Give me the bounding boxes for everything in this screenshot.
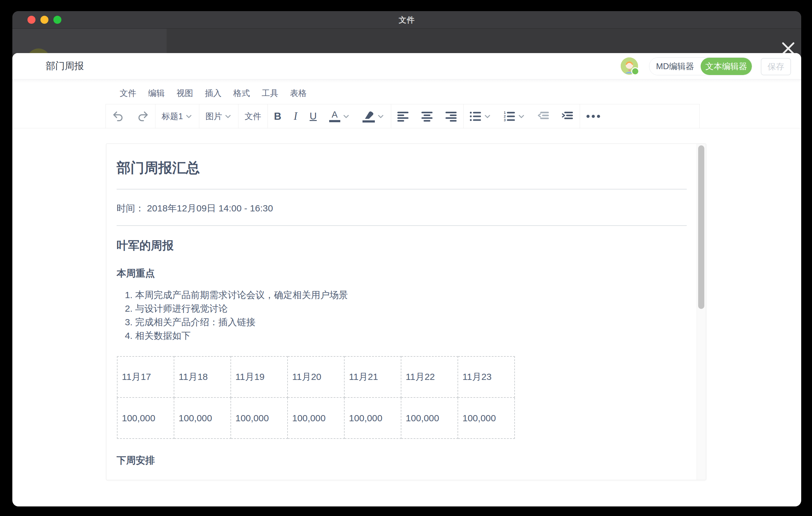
window-title: 文件 [399,15,415,25]
avatar[interactable] [621,57,638,75]
scrollbar-track[interactable] [697,144,706,480]
insert-file-button[interactable]: 文件 [238,104,267,128]
font-color-icon: A [329,110,340,122]
bullet-list-icon [470,111,482,122]
chevron-down-icon [484,112,491,120]
table-cell[interactable]: 11月17 [117,356,174,398]
horizontal-rule [117,225,687,226]
align-center-icon [422,111,433,122]
align-right-icon [445,111,457,122]
editor-document[interactable]: 部门周报汇总 时间： 2018年12月09日 14:00 - 16:30 叶军的… [106,144,706,480]
bold-button[interactable]: B [268,104,288,128]
list-item: 与设计师进行视觉讨论 [135,302,348,315]
heading-style-select[interactable]: 标题1 [155,104,199,128]
bullet-list-button[interactable] [464,104,498,128]
table-cell[interactable]: 11月23 [458,356,515,398]
menu-insert[interactable]: 插入 [204,86,222,100]
svg-text:3: 3 [504,118,506,122]
traffic-lights [27,16,61,24]
editor-dialog: 部门周报 MD编辑器 文本编辑器 保存 [12,53,801,507]
screen: 文件 部门周报 [0,0,812,516]
scrollbar-thumb[interactable] [698,145,704,309]
numbered-list-button[interactable]: 1 2 3 [498,104,531,128]
document-content: 部门周报汇总 时间： 2018年12月09日 14:00 - 16:30 叶军的… [107,144,697,480]
italic-icon: I [294,110,297,122]
menu-edit[interactable]: 编辑 [147,86,165,100]
editor-mode-toggle: MD编辑器 文本编辑器 [649,57,752,75]
underline-button[interactable]: U [303,104,323,128]
align-center-button[interactable] [415,104,439,128]
chevron-down-icon [377,112,385,120]
toolbar-bottom-divider [12,128,801,128]
header-shadow [12,79,801,83]
align-left-button[interactable] [391,104,415,128]
list-item: 完成相关产品介绍：插入链接 [135,315,348,329]
highlight-color-button[interactable] [356,104,391,128]
md-editor-button[interactable]: MD编辑器 [649,58,701,75]
text-editor-button[interactable]: 文本编辑器 [701,58,752,75]
underline-icon: U [310,111,317,122]
save-button[interactable]: 保存 [761,58,791,75]
font-color-button[interactable]: A [323,104,356,128]
table-cell[interactable]: 100,000 [231,398,288,438]
more-options-button[interactable] [580,104,607,128]
table-cell[interactable]: 100,000 [458,398,515,438]
bold-icon: B [274,111,281,122]
close-window-button[interactable] [27,16,35,24]
table-row: 100,000 100,000 100,000 100,000 100,000 … [117,398,515,438]
menu-view[interactable]: 视图 [176,86,194,100]
align-right-button[interactable] [439,104,463,128]
redo-icon [137,110,149,122]
insert-image-button[interactable]: 图片 [199,104,238,128]
menu-table[interactable]: 表格 [289,86,307,100]
section-heading: 叶军的周报 [117,238,174,253]
chevron-down-icon [185,112,193,120]
table-cell[interactable]: 11月19 [231,356,288,398]
table-cell[interactable]: 11月20 [288,356,344,398]
svg-text:1: 1 [504,111,506,114]
chevron-down-icon [342,112,350,120]
heading-style-label: 标题1 [162,111,183,122]
more-icon [586,114,601,118]
italic-button[interactable]: I [288,104,303,128]
undo-icon [112,110,124,122]
data-table: 11月17 11月18 11月19 11月20 11月21 11月22 11月2… [117,356,515,439]
minimize-window-button[interactable] [40,16,49,24]
time-line: 时间： 2018年12月09日 14:00 - 16:30 [117,202,273,215]
indent-button[interactable] [556,104,580,128]
undo-button[interactable] [106,104,130,128]
menu-file[interactable]: 文件 [119,86,137,100]
titlebar: 文件 [12,11,801,29]
table-cell[interactable]: 100,000 [401,398,458,438]
online-status-dot [631,67,639,75]
indent-icon [562,111,574,122]
chevron-down-icon [517,112,525,120]
list-item: 本周完成产品前期需求讨论会议，确定相关用户场景 [135,288,348,302]
editor-header: 部门周报 MD编辑器 文本编辑器 保存 [12,53,801,79]
outdent-button[interactable] [531,104,556,128]
insert-file-label: 文件 [245,111,261,122]
table-cell[interactable]: 100,000 [174,398,231,438]
subsection-heading: 本周重点 [117,267,155,280]
list-item: 相关数据如下 [135,329,348,343]
zoom-window-button[interactable] [53,16,61,24]
highlighter-icon [362,110,375,122]
align-left-icon [397,111,409,122]
menubar: 文件 编辑 视图 插入 格式 工具 表格 [119,83,307,104]
chevron-down-icon [224,112,232,120]
horizontal-rule [117,189,687,190]
table-cell[interactable]: 100,000 [117,398,174,438]
table-cell[interactable]: 100,000 [288,398,344,438]
insert-image-label: 图片 [205,111,222,122]
document-heading: 部门周报汇总 [117,159,200,177]
table-cell[interactable]: 100,000 [344,398,401,438]
table-cell[interactable]: 11月18 [174,356,231,398]
table-row: 11月17 11月18 11月19 11月20 11月21 11月22 11月2… [117,356,515,398]
closing-heading: 下周安排 [117,454,155,467]
weekly-highlights-list: 本周完成产品前期需求讨论会议，确定相关用户场景 与设计师进行视觉讨论 完成相关产… [117,288,348,343]
menu-tools[interactable]: 工具 [261,86,279,100]
redo-button[interactable] [130,104,155,128]
table-cell[interactable]: 11月21 [344,356,401,398]
menu-format[interactable]: 格式 [233,86,251,100]
table-cell[interactable]: 11月22 [401,356,458,398]
